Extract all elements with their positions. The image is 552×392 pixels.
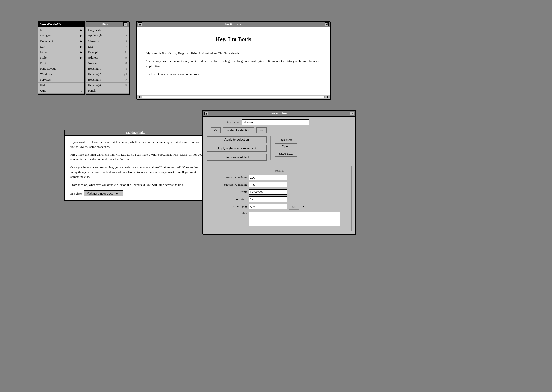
style-item-address[interactable]: Address 9 — [86, 55, 129, 60]
makings-para-1: If you want to link one peice of text to… — [70, 140, 204, 149]
sgml-tag-input[interactable] — [249, 204, 287, 210]
style-editor-body: Style name: << style of selection >> App… — [203, 117, 355, 234]
style-item-normal[interactable]: Normal 0 — [86, 60, 129, 66]
browser-content: Hey, I'm Boris My name is Boris Kirov, B… — [137, 27, 330, 95]
style-actions-col: Apply to selection Apply style to all si… — [207, 136, 267, 161]
first-line-indent-label: First line indent: — [211, 176, 247, 179]
font-row: Font: — [211, 189, 347, 195]
menu-item-services[interactable]: Services — [38, 77, 84, 83]
menu-item-style[interactable]: Style ▶ — [38, 55, 84, 60]
style-sheet-group: Style sheet Open Save as... — [270, 136, 301, 160]
makings-seealso-label: See also: — [70, 191, 82, 196]
browser-heading: Hey, I'm Boris — [146, 35, 320, 44]
style-item-example[interactable]: Example X — [86, 49, 129, 55]
open-btn[interactable]: Open — [275, 143, 297, 149]
style-prev-btn[interactable]: << — [211, 127, 221, 133]
menu-item-quit[interactable]: Quit q — [38, 88, 84, 94]
style-editor-window: ▣ Style Editor ✕ Style name: << style of… — [202, 110, 356, 234]
style-item-glossary[interactable]: Glossary G — [86, 38, 129, 44]
makings-content: If you want to link one peice of text to… — [65, 136, 210, 200]
tabs-input[interactable] — [249, 212, 340, 226]
menu-item-links[interactable]: Links ▶ — [38, 49, 84, 55]
style-item-heading3[interactable]: Heading 3 # — [86, 77, 129, 83]
sgml-tag-label: SGML tag: — [211, 205, 247, 209]
style-name-input[interactable] — [242, 119, 309, 125]
style-item-apply-style[interactable]: Apply style 2 — [86, 33, 129, 38]
browser-para-2: Technology is a fascination to me, and i… — [146, 59, 320, 69]
find-unstyled-btn[interactable]: Find unstyled text — [207, 154, 267, 161]
font-size-row: Font size: — [211, 196, 347, 202]
style-item-heading2[interactable]: Heading 2 @ — [86, 71, 129, 77]
format-label: Format — [211, 169, 347, 173]
wwweb-menu-header: WorldWideWeb — [38, 21, 84, 27]
style-editor-titlebar: ▣ Style Editor ✕ — [203, 111, 355, 117]
menu-item-page-layout[interactable]: Page Layout — [38, 66, 84, 71]
tabs-row: Tabs: — [211, 212, 347, 226]
format-group: Format First line indent: Successive ind… — [207, 166, 352, 231]
menu-item-windows[interactable]: Windows — [38, 71, 84, 77]
makings-titlebar: Makings links ✕ — [65, 130, 210, 136]
set-btn[interactable]: Set — [289, 204, 299, 210]
style-editor-doc-icon: ▣ — [204, 112, 208, 115]
tabs-label: Tabs: — [211, 212, 247, 216]
wwweb-menu: WorldWideWeb Info ▶ Navigate ▶ Document … — [38, 21, 85, 94]
style-menu-close[interactable]: ✕ — [124, 22, 127, 26]
enter-icon: ↵ — [301, 205, 304, 209]
menu-item-print[interactable]: Print p — [38, 60, 84, 66]
apply-all-btn[interactable]: Apply style to all similar text — [207, 145, 267, 152]
browser-close[interactable]: ✕ — [325, 22, 329, 26]
browser-doc-icon: ▣ — [138, 22, 142, 26]
actions-sheet-row: Apply to selection Apply style to all si… — [207, 136, 352, 163]
menu-item-edit[interactable]: Edit ▶ — [38, 44, 84, 49]
successive-indent-label: Successive indent: — [211, 183, 247, 187]
style-item-heading1[interactable]: Heading 1 ! — [86, 66, 129, 71]
menu-item-hide[interactable]: Hide h — [38, 83, 84, 88]
menu-item-document[interactable]: Document ▶ — [38, 38, 84, 44]
successive-indent-input[interactable] — [249, 182, 287, 187]
browser-window: ▣ borikirov.cc ✕ Hey, I'm Boris My name … — [136, 21, 331, 99]
makings-seealso-btn[interactable]: Making a new document — [84, 190, 123, 196]
browser-titlebar: ▣ borikirov.cc ✕ — [137, 21, 330, 27]
makings-para-2: First, mark the thing which the link wil… — [70, 152, 204, 162]
apply-to-selection-btn[interactable]: Apply to selection — [207, 136, 267, 143]
style-next-btn[interactable]: >> — [256, 127, 267, 133]
style-name-label: Style name: — [207, 120, 240, 124]
makings-seealso: See also: Making a new document — [70, 190, 204, 196]
style-menu: Style ✕ Copy style 1 Apply style 2 Gloss… — [86, 21, 129, 94]
first-line-indent-row: First line indent: — [211, 175, 347, 180]
browser-para-1: My name is Boris Kirov, Bulgarian living… — [146, 51, 320, 56]
style-item-list[interactable]: List 7 — [86, 44, 129, 49]
style-menu-titlebar: Style ✕ — [86, 21, 129, 27]
successive-indent-row: Successive indent: — [211, 182, 347, 187]
font-label: Font: — [211, 190, 247, 194]
menu-item-info[interactable]: Info ▶ — [38, 27, 84, 33]
style-sheet-label: Style sheet — [275, 138, 297, 142]
style-of-selection-btn[interactable]: style of selection — [223, 127, 255, 133]
makings-para-4: From then on, whenever you double click … — [70, 182, 204, 187]
style-item-panel[interactable]: Panel... — [86, 88, 129, 94]
first-line-indent-input[interactable] — [249, 175, 287, 180]
makings-window: Makings links ✕ If you want to link one … — [64, 130, 211, 201]
sgml-tag-row: SGML tag: Set ↵ — [211, 204, 347, 210]
font-size-label: Font size: — [211, 197, 247, 201]
style-item-heading4[interactable]: Heading 4 $ — [86, 83, 129, 88]
style-name-row: Style name: — [207, 119, 352, 125]
font-size-input[interactable] — [249, 196, 287, 202]
menu-item-navigate[interactable]: Navigate ▶ — [38, 33, 84, 38]
browser-scroll-right[interactable]: ▶ — [326, 95, 330, 99]
style-editor-close[interactable]: ✕ — [350, 112, 354, 115]
style-nav-row: << style of selection >> — [211, 127, 352, 133]
makings-para-3: Once you have marked something, you can … — [70, 165, 204, 179]
save-as-btn[interactable]: Save as... — [275, 151, 297, 157]
font-input[interactable] — [249, 189, 287, 195]
style-item-copy-style[interactable]: Copy style 1 — [86, 27, 129, 33]
browser-para-3: Feel free to reach me on www.boriskirov.… — [146, 72, 320, 77]
browser-scroll-left[interactable]: ◀ — [137, 95, 141, 99]
